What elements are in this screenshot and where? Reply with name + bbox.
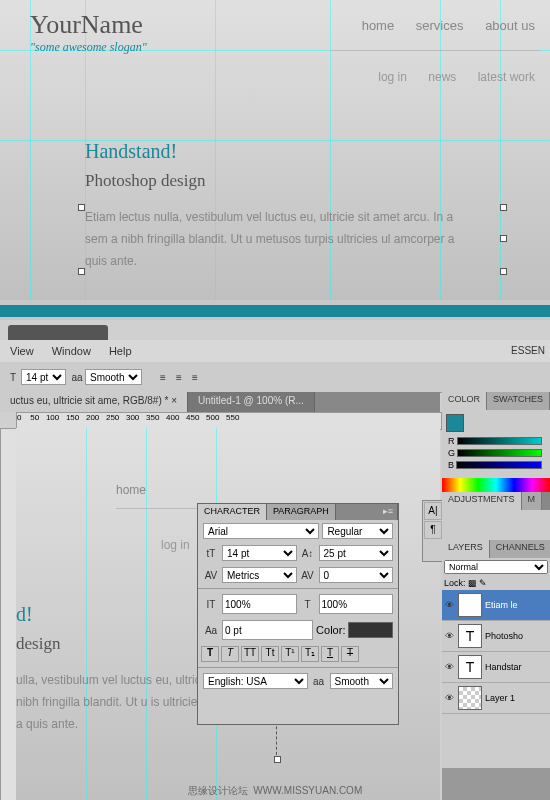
leading-select[interactable]: 25 pt	[319, 545, 394, 561]
baseline-icon: Aa	[203, 625, 219, 636]
panel-menu-icon[interactable]: ▸≡	[379, 504, 398, 520]
logo: YourName "some awesome slogan"	[30, 10, 147, 55]
kerning-icon: AV	[203, 570, 219, 581]
nav-news[interactable]: news	[428, 70, 456, 84]
visibility-icon[interactable]: 👁	[443, 600, 455, 610]
tab-adjustments[interactable]: ADJUSTMENTS	[442, 492, 522, 510]
tab-masks[interactable]: M	[522, 492, 543, 510]
visibility-icon[interactable]: 👁	[443, 662, 455, 672]
watermark: 思缘设计论坛 WWW.MISSYUAN.COM	[0, 784, 550, 798]
font-style-select[interactable]: Regular	[322, 523, 393, 539]
caps-button[interactable]: TT	[241, 646, 259, 662]
subheadline: Photoshop design	[85, 171, 465, 191]
layer-row-2[interactable]: 👁TPhotosho	[442, 621, 550, 652]
smallcaps-button[interactable]: Tt	[261, 646, 279, 662]
doc-tab-2[interactable]: Untitled-1 @ 100% (R...	[188, 392, 315, 412]
character-panel[interactable]: CHARACTER PARAGRAPH ▸≡ ArialRegular tT14…	[197, 503, 399, 725]
hscale-icon: T	[300, 599, 316, 610]
tab-channels[interactable]: CHANNELS	[490, 540, 550, 558]
g-slider[interactable]	[457, 449, 542, 457]
tab-layers[interactable]: LAYERS	[442, 540, 490, 558]
nav2-login: log in	[161, 538, 190, 552]
nav-services[interactable]: services	[416, 18, 464, 33]
hscale-input[interactable]	[319, 594, 394, 614]
panel-icon-2[interactable]: ¶	[424, 521, 442, 539]
align-right-icon[interactable]: ≡	[187, 372, 203, 383]
bold-button[interactable]: T	[201, 646, 219, 662]
menu-view[interactable]: View	[10, 345, 34, 357]
aa-icon: aa	[311, 676, 327, 687]
super-button[interactable]: T¹	[281, 646, 299, 662]
panels-dock[interactable]: COLORSWATCHES R G B ADJUSTMENTSM LAYERSC…	[442, 392, 550, 800]
font-family-select[interactable]: Arial	[203, 523, 319, 539]
document-tabs[interactable]: uctus eu, ultricie sit ame, RGB/8#) * × …	[0, 392, 440, 412]
visibility-icon[interactable]: 👁	[443, 693, 455, 703]
nav-login[interactable]: log in	[378, 70, 407, 84]
aa-select[interactable]: Smooth	[85, 369, 142, 385]
italic-button[interactable]: T	[221, 646, 239, 662]
tracking-icon: AV	[300, 570, 316, 581]
tab-character[interactable]: CHARACTER	[198, 504, 267, 520]
logo-slogan: "some awesome slogan"	[30, 40, 147, 55]
align-center-icon[interactable]: ≡	[171, 372, 187, 383]
blend-mode-select[interactable]: Normal	[444, 560, 548, 574]
nav-main: home services about us	[344, 18, 535, 33]
aa-label: aa	[69, 372, 85, 383]
layer-row-1[interactable]: 👁TEtiam le	[442, 590, 550, 621]
tab-color[interactable]: COLOR	[442, 392, 487, 410]
aa-select-panel[interactable]: Smooth	[330, 673, 394, 689]
layer-row-4[interactable]: 👁Layer 1	[442, 683, 550, 714]
fg-swatch[interactable]	[446, 414, 464, 432]
size-select[interactable]: 14 pt	[222, 545, 297, 561]
nav-about[interactable]: about us	[485, 18, 535, 33]
options-bar[interactable]: T 14 pt aa Smooth ≡ ≡ ≡	[0, 362, 550, 393]
divider-band	[0, 305, 550, 317]
hue-ramp[interactable]	[442, 478, 550, 492]
menubar[interactable]: View Window Help	[0, 340, 550, 363]
doc-tab-1[interactable]: uctus eu, ultricie sit ame, RGB/8#) * ×	[0, 392, 188, 412]
body-text[interactable]: Etiam lectus nulla, vestibulum vel luctu…	[85, 206, 465, 272]
strike-button[interactable]: T	[341, 646, 359, 662]
sub-button[interactable]: T₁	[301, 646, 319, 662]
menu-window[interactable]: Window	[52, 345, 91, 357]
font-size-select[interactable]: 14 pt	[21, 369, 66, 385]
baseline-input[interactable]	[222, 620, 313, 640]
leading-icon: A↕	[300, 548, 316, 559]
logo-name: YourName	[30, 10, 147, 40]
lock-trans-icon[interactable]: ▩	[468, 578, 477, 588]
design-canvas-top: YourName "some awesome slogan" home serv…	[0, 0, 550, 300]
lock-pixel-icon[interactable]: ✎	[479, 578, 487, 588]
headline: Handstand!	[85, 140, 465, 163]
vscale-icon: IT	[203, 599, 219, 610]
nav-secondary: log in news latest work	[360, 70, 535, 84]
titlebar	[8, 325, 108, 340]
underline-button[interactable]: T	[321, 646, 339, 662]
color-label: Color:	[316, 624, 345, 636]
nav-home[interactable]: home	[362, 18, 395, 33]
nav-work[interactable]: latest work	[478, 70, 535, 84]
panel-icon-1[interactable]: A|	[424, 502, 442, 520]
tab-swatches[interactable]: SWATCHES	[487, 392, 550, 410]
r-slider[interactable]	[457, 437, 543, 445]
language-select[interactable]: English: USA	[203, 673, 308, 689]
vscale-input[interactable]	[222, 594, 297, 614]
color-swatch[interactable]	[348, 622, 393, 638]
align-left-icon[interactable]: ≡	[155, 372, 171, 383]
workspace-switcher[interactable]: ESSEN	[511, 340, 545, 362]
layer-row-3[interactable]: 👁THandstar	[442, 652, 550, 683]
collapsed-panel-icons[interactable]: A| ¶	[422, 500, 444, 562]
visibility-icon[interactable]: 👁	[443, 631, 455, 641]
nav2-home: home	[116, 483, 146, 497]
menu-help[interactable]: Help	[109, 345, 132, 357]
font-size-icon: T	[5, 372, 21, 383]
tab-paragraph[interactable]: PARAGRAPH	[267, 504, 336, 520]
size-icon: tT	[203, 548, 219, 559]
tracking-select[interactable]: 0	[319, 567, 394, 583]
kerning-select[interactable]: Metrics	[222, 567, 297, 583]
b-slider[interactable]	[456, 461, 542, 469]
content-block: Handstand! Photoshop design Etiam lectus…	[85, 140, 465, 272]
